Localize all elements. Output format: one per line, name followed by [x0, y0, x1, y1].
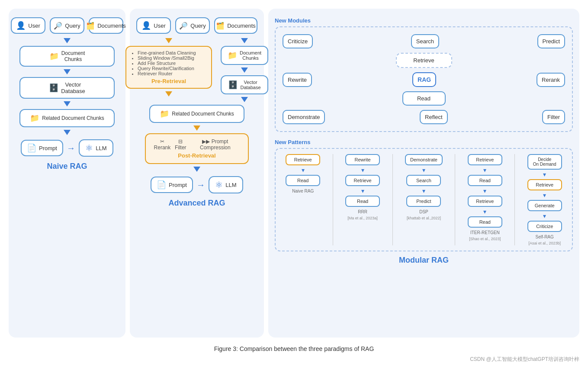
prompt-box-naive: Prompt: [21, 140, 63, 156]
query-icon-adv: [179, 22, 188, 30]
prompt-icon-adv: [157, 180, 166, 190]
new-patterns-area: Retrieve ▾ Read Naive RAG Rewrite ▾ Retr…: [275, 148, 573, 251]
llm-box-adv: LLM: [209, 176, 243, 193]
documents-box-adv: Documents: [214, 17, 257, 34]
pattern-selfrag: DecideOn Demand ▾ Retrieve ▾ Generate ▾ …: [527, 154, 562, 245]
related-chunks-adv: Related Document Chunks: [149, 105, 244, 123]
related-chunks-naive: Related Document Chunks: [19, 109, 115, 127]
figure-caption: Figure 3: Comparison between the three p…: [214, 345, 374, 352]
divider2: [392, 154, 393, 245]
divider4: [514, 154, 515, 245]
advanced-rag-panel: User Query Documents Fine-grained Data C…: [130, 9, 264, 338]
modular-rag-panel: New Modules Criticize Search Predict Ret…: [268, 9, 579, 338]
arrow-orange1: [165, 38, 172, 43]
db-icon: [49, 83, 58, 93]
pat-search-dsp: Search: [406, 175, 441, 186]
read-box: Read: [402, 91, 446, 106]
pre-retrieval-box: Fine-grained Data Cleaning Sliding Windo…: [125, 46, 212, 89]
pat-decide-selfrag: DecideOn Demand: [527, 154, 562, 170]
prompt-box-adv: Prompt: [151, 177, 193, 193]
rewrite-box: Rewrite: [283, 73, 312, 87]
demonstrate-box: Demonstrate: [283, 110, 325, 124]
pat-retrieve1-iter: Retrieve: [468, 154, 502, 165]
query-box-naive: Query: [50, 17, 84, 34]
vector-db-naive: VectorDatabase: [19, 77, 115, 99]
post-retrieval-box: ✂ Rerank ⊟ Filter ▶▶ Prompt Compression …: [145, 133, 249, 164]
pre-retrieval-label: Pre-Retrieval: [132, 78, 206, 84]
pattern-iter: Retrieve ▾ Read ▾ Retrieve ▾ Read ITER-R…: [468, 154, 502, 245]
pattern-rrr: Rewrite ▾ Retrieve ▾ Read RRR [Ma et al.…: [345, 154, 380, 245]
db-adv: [228, 80, 238, 90]
pat-demonstrate-dsp: Demonstrate: [405, 154, 443, 165]
arrow-blue-adv1: [241, 38, 248, 43]
search-box: Search: [411, 34, 439, 48]
user-box-naive: User: [11, 17, 45, 34]
llm-icon-adv: [215, 180, 223, 190]
arrow4-naive: [64, 130, 71, 135]
pat-read1-iter: Read: [468, 175, 502, 186]
llm-box-naive: LLM: [79, 139, 113, 157]
naive-rag-panel: User Query Documents DocumentChunks Vect…: [9, 9, 125, 338]
arrow-right-naive: →: [67, 143, 75, 153]
prompt-icon: [27, 143, 36, 153]
prompt-llm-naive: Prompt → LLM: [21, 139, 113, 157]
new-patterns-label: New Patterns: [275, 139, 573, 145]
documents-box-naive: Documents: [89, 17, 123, 34]
query-box-adv: Query: [175, 17, 210, 34]
pat-read-naive: Read: [286, 175, 320, 186]
divider3: [455, 154, 455, 245]
arrow-orange3: [193, 125, 200, 131]
doc-chunks-adv: DocumentChunks: [221, 46, 268, 65]
pattern-dsp: Demonstrate ▾ Search ▾ Predict DSP [khat…: [405, 154, 443, 245]
llm-icon: [85, 143, 93, 153]
advanced-rag-title: Advanced RAG: [168, 199, 225, 208]
folder-adv: [228, 51, 237, 60]
user-box-adv: User: [136, 17, 171, 34]
predict-box: Predict: [537, 34, 565, 48]
pat-criticize-selfrag: Criticize: [527, 221, 562, 232]
criticize-box: Criticize: [283, 34, 313, 48]
pat-retrieve-naive: Retrieve: [286, 154, 320, 165]
pat-retrieve2-iter: Retrieve: [468, 196, 502, 207]
arrow-orange2: [165, 91, 172, 96]
modular-rag-title: Modular RAG: [399, 256, 449, 265]
new-modules-label: New Modules: [275, 17, 573, 24]
arrow-blue-adv3: [241, 97, 248, 102]
pattern-naive: Retrieve ▾ Read Naive RAG: [286, 154, 320, 245]
docs-icon-adv: [216, 22, 225, 30]
divider1: [333, 154, 333, 245]
pat-generate-selfrag: Generate: [527, 200, 562, 211]
rag-box: RAG: [412, 72, 436, 87]
arrow1-naive: [64, 38, 71, 43]
query-icon: [54, 22, 62, 30]
retrieve-dashed: Retrieve: [396, 53, 452, 68]
new-modules-area: Criticize Search Predict Retrieve Rewrit…: [275, 26, 573, 132]
prompt-llm-adv: Prompt → LLM: [151, 176, 243, 193]
rerank-box: Rerank: [537, 73, 565, 87]
arrow2-naive: [64, 69, 71, 74]
vector-db-adv: VectorDatabase: [221, 75, 268, 94]
user-icon-adv: [141, 21, 151, 30]
user-icon: [16, 21, 26, 30]
arrow-blue-adv2: [241, 68, 248, 73]
pat-rewrite-rrr: Rewrite: [345, 154, 380, 165]
pat-predict-dsp: Predict: [406, 196, 441, 207]
pat-retrieve-rrr: Retrieve: [345, 175, 380, 186]
naive-rag-title: Naive RAG: [47, 162, 87, 171]
folder-icon: [49, 51, 59, 61]
pat-read-rrr: Read: [345, 196, 380, 207]
arrow-blue-adv4: [193, 167, 200, 172]
pat-read2-iter: Read: [468, 216, 502, 228]
doc-chunks-naive: DocumentChunks: [19, 46, 115, 67]
post-retrieval-label: Post-Retrieval: [152, 152, 242, 159]
arrow-right-adv: →: [196, 180, 205, 190]
filter-box: Filter: [542, 110, 565, 124]
reflect-box: Reflect: [420, 110, 447, 124]
arrow3-naive: [64, 101, 71, 106]
watermark: CSDN @人工智能大模型chatGPT培训咨询叶梓: [9, 356, 579, 363]
folder2-icon: [30, 113, 39, 123]
folder2-adv: [160, 109, 169, 119]
docs-icon: [86, 22, 95, 30]
pat-retrieve-selfrag: Retrieve: [527, 179, 562, 190]
